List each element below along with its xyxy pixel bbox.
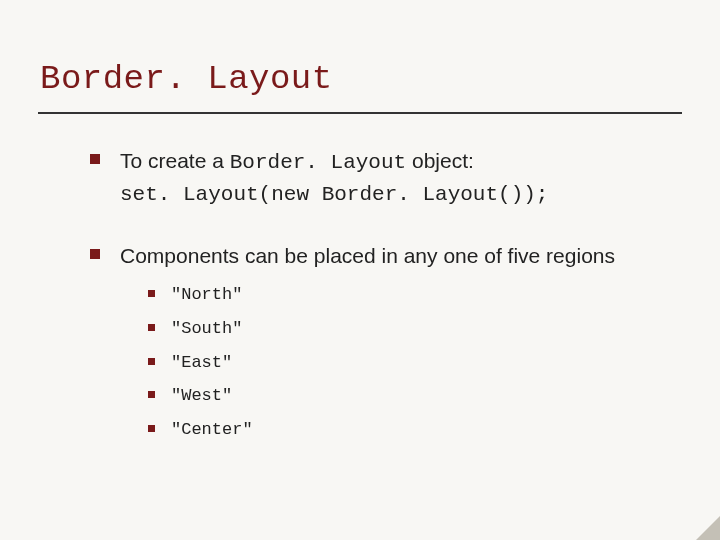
sublist-text: "East"	[171, 351, 232, 376]
sublist-item: "North"	[148, 283, 615, 308]
sublist-text: "South"	[171, 317, 242, 342]
text-mid: object:	[406, 149, 474, 172]
text-prefix: To create a	[120, 149, 230, 172]
list-item: Components can be placed in any one of f…	[90, 241, 664, 452]
content-area: To create a Border. Layout object: set. …	[0, 114, 720, 452]
inline-code: Border. Layout	[230, 151, 406, 174]
sublist: "North" "South" "East" "West" "Center"	[120, 283, 615, 442]
bullet-icon	[148, 290, 155, 297]
page-corner-decoration	[696, 516, 720, 540]
list-item: To create a Border. Layout object: set. …	[90, 146, 664, 211]
sublist-item: "South"	[148, 317, 615, 342]
code-line: set. Layout(new Border. Layout());	[120, 183, 548, 206]
slide-title: Border. Layout	[40, 60, 680, 98]
bullet-icon	[148, 391, 155, 398]
bullet-icon	[148, 324, 155, 331]
list-item-text: Components can be placed in any one of f…	[120, 244, 615, 267]
list-item-body: Components can be placed in any one of f…	[120, 241, 615, 452]
sublist-item: "West"	[148, 384, 615, 409]
bullet-icon	[148, 358, 155, 365]
list-item-body: To create a Border. Layout object: set. …	[120, 146, 548, 211]
sublist-text: "West"	[171, 384, 232, 409]
sublist-item: "East"	[148, 351, 615, 376]
bullet-icon	[90, 249, 100, 259]
sublist-text: "North"	[171, 283, 242, 308]
bullet-icon	[90, 154, 100, 164]
sublist-item: "Center"	[148, 418, 615, 443]
sublist-text: "Center"	[171, 418, 253, 443]
bullet-icon	[148, 425, 155, 432]
